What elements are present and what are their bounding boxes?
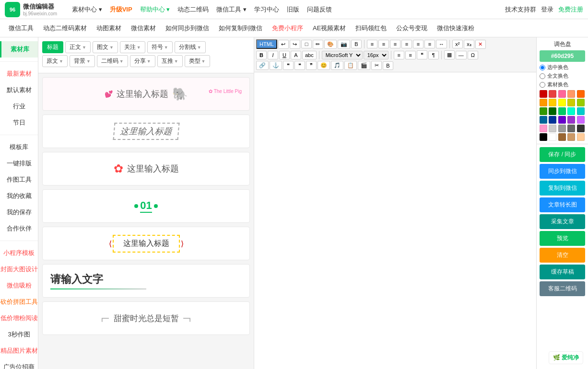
tb-pen[interactable]: ✏	[313, 40, 323, 49]
material-item-7[interactable]: ⌐ 甜蜜时光总是短暂 ¬	[42, 301, 250, 335]
sidebar-item-low-price[interactable]: 低价增粉阅读	[0, 310, 38, 326]
tb-outdent[interactable]: ≡	[424, 40, 435, 48]
color-swatch[interactable]	[567, 107, 575, 115]
color-swatch[interactable]	[549, 107, 556, 115]
tb-close[interactable]: ✕	[475, 40, 486, 49]
nav-tools[interactable]: 微信工具 ▾	[216, 5, 247, 14]
tb-underline[interactable]: U	[279, 51, 290, 59]
btn-customer-qr[interactable]: 客服二维码	[540, 281, 585, 296]
tb-music[interactable]: 🎵	[331, 61, 343, 70]
tb-table[interactable]: B	[351, 40, 362, 48]
nav-materials[interactable]: 素材中心 ▾	[72, 5, 102, 14]
color-swatch[interactable]	[558, 107, 566, 115]
second-nav-wechat-material[interactable]: 微信素材	[127, 22, 160, 35]
color-swatch[interactable]	[540, 90, 547, 98]
tb-html-btn[interactable]: HTML	[256, 39, 277, 49]
mat-btn-divider[interactable]: 分割线	[175, 41, 206, 53]
color-swatch[interactable]	[540, 133, 547, 141]
sidebar-item-my-favorites[interactable]: 我的收藏	[0, 188, 38, 204]
tb-bold[interactable]: B	[256, 51, 267, 59]
sidebar-item-template-lib[interactable]: 模板库	[0, 139, 38, 155]
color-option-material[interactable]: 素材换色	[540, 81, 585, 88]
tb-indent[interactable]: ≡	[413, 40, 423, 48]
color-swatch[interactable]	[558, 90, 566, 98]
btn-copy-wechat[interactable]: 复制到微信	[540, 181, 585, 196]
tb-clipboard[interactable]: 📋	[344, 61, 357, 70]
color-option-all-radio[interactable]	[540, 73, 545, 79]
color-swatch[interactable]	[577, 116, 585, 124]
color-swatch[interactable]	[540, 125, 547, 132]
tb-table2[interactable]: ▦	[444, 50, 455, 59]
tb-superscript[interactable]: x²	[452, 40, 463, 48]
tb-align-center[interactable]: ≡	[378, 40, 389, 48]
tb-video[interactable]: 🎬	[358, 61, 370, 70]
color-swatch[interactable]	[577, 99, 585, 106]
mat-btn-background[interactable]: 背景	[70, 55, 95, 67]
tb-align-left[interactable]: ≡	[367, 40, 377, 48]
color-option-selected-radio[interactable]	[540, 65, 545, 70]
font-family-select[interactable]: MicroSoft Y	[322, 51, 363, 59]
color-swatch[interactable]	[577, 107, 585, 115]
nav-support[interactable]: 技术支持群	[505, 5, 536, 14]
color-swatch[interactable]	[577, 90, 585, 98]
color-swatch[interactable]	[558, 116, 566, 124]
mat-btn-qrcode[interactable]: 二维码	[97, 55, 128, 67]
sidebar-item-material-lib[interactable]: 素材库	[0, 41, 38, 58]
sidebar-item-cover-design[interactable]: 封面大图设计	[0, 261, 38, 277]
tb-color[interactable]: 🎨	[324, 40, 337, 49]
sidebar-item-industry[interactable]: 行业	[0, 98, 38, 115]
second-nav-sync-wechat[interactable]: 如何同步到微信	[162, 22, 213, 35]
color-swatch[interactable]	[549, 90, 556, 98]
color-swatch[interactable]	[549, 116, 556, 124]
color-swatch[interactable]	[567, 125, 575, 132]
tb-ltr[interactable]: ↔	[436, 40, 447, 48]
color-swatch[interactable]	[549, 99, 556, 106]
material-item-3[interactable]: ✿ 这里输入标题	[42, 152, 250, 185]
nav-login[interactable]: 登录	[541, 5, 553, 14]
mat-btn-share[interactable]: 分享	[130, 55, 155, 67]
nav-feedback[interactable]: 问题反馈	[307, 5, 332, 14]
sidebar-item-latest[interactable]: 最新素材	[0, 66, 38, 82]
sidebar-item-one-click[interactable]: 一键排版	[0, 155, 38, 172]
tb-quote2[interactable]: ❝	[294, 61, 305, 70]
tb-quote-open[interactable]: ❝	[283, 61, 294, 70]
editor-content[interactable]	[254, 72, 536, 369]
second-nav-ae-video[interactable]: AE视频素材	[309, 22, 350, 35]
mat-btn-original[interactable]: 原文	[42, 55, 68, 67]
color-swatch[interactable]	[558, 133, 566, 141]
btn-save-sync[interactable]: 保存 / 同步	[540, 147, 585, 162]
btn-sync-wechat[interactable]: 同步到微信	[540, 164, 585, 179]
color-swatch[interactable]	[558, 125, 566, 132]
color-option-all[interactable]: 全文换色	[540, 72, 585, 80]
material-item-1[interactable]: 💕 这里输入标题 🐘 ✿ The Little Pig	[42, 77, 250, 111]
color-swatch[interactable]	[549, 125, 556, 132]
tb-hr[interactable]: —	[456, 51, 467, 59]
tb-link[interactable]: 🔗	[256, 61, 269, 70]
mat-btn-title[interactable]: 标题	[42, 41, 63, 53]
second-nav-grow-fans[interactable]: 微信快速涨粉	[433, 22, 478, 35]
tb-cut[interactable]: ✂	[371, 61, 382, 70]
sidebar-item-wechat-attract[interactable]: 微信吸粉	[0, 277, 38, 294]
tb-new[interactable]: □	[301, 40, 312, 48]
sidebar-item-partners[interactable]: 合作伙伴	[0, 220, 38, 237]
tb-list-unordered[interactable]: ≡	[405, 51, 416, 59]
mat-btn-type[interactable]: 类型	[185, 55, 210, 67]
btn-collect-article[interactable]: 采集文章	[540, 214, 585, 229]
second-nav-gif[interactable]: 动图素材	[93, 22, 125, 35]
mat-btn-follow[interactable]: 关注	[120, 41, 145, 53]
sidebar-item-ad-invite[interactable]: 广告位招商	[0, 359, 38, 369]
second-nav-redpack[interactable]: 扫码领红包	[352, 22, 390, 35]
color-swatch[interactable]	[567, 90, 575, 98]
second-nav-dynamic-qr[interactable]: 动态二维码素材	[39, 22, 91, 35]
color-swatch[interactable]	[567, 99, 575, 106]
second-nav-monetize[interactable]: 公众号变现	[392, 22, 431, 35]
tb-subscript[interactable]: x₂	[464, 40, 474, 49]
tb-b2[interactable]: B	[383, 61, 393, 70]
tb-strikethrough[interactable]: abc	[302, 51, 317, 59]
tb-redo[interactable]: ↪	[290, 40, 300, 49]
tb-list-ordered[interactable]: ≡	[394, 51, 404, 59]
color-option-selected[interactable]: 选中换色	[540, 64, 585, 71]
nav-learning[interactable]: 学习中心	[254, 5, 279, 14]
font-size-select[interactable]: 16px	[364, 51, 388, 59]
sidebar-item-premium-image[interactable]: 精品图片素材	[0, 343, 38, 359]
